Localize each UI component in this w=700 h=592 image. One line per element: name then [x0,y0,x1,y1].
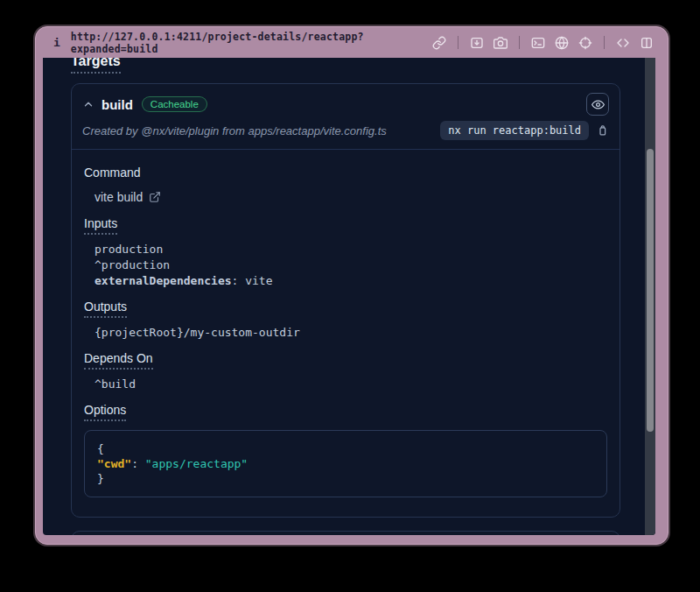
target-name: build [102,97,133,112]
toolbar [432,36,654,50]
code-line: } [97,471,594,486]
download-icon [470,36,484,50]
targets-heading: Targets [71,58,620,74]
view-details-button[interactable] [586,93,609,116]
section-inputs-label: Inputs [84,216,607,235]
section-options-label: Options [84,403,607,421]
eye-icon [592,98,605,111]
scrollbar-track[interactable] [645,58,655,535]
globe-button[interactable] [555,36,569,50]
info-icon: i [53,36,60,49]
external-link-icon [149,191,161,203]
link-icon [432,36,446,50]
input-item: ^production [94,257,607,273]
output-item: {projectRoot}/my-custom-outdir [94,325,607,341]
copy-command-button[interactable] [596,124,609,137]
camera-button[interactable] [494,36,508,50]
code-line: { [97,441,594,456]
depends-on-item: ^build [94,377,607,392]
titlebar: i http://127.0.0.1:4211/project-details/… [36,27,668,58]
crosshair-icon [578,36,592,50]
scrollbar-thumb[interactable] [647,149,654,432]
code-button[interactable] [616,36,630,50]
build-card-header[interactable]: build Cacheable [72,84,620,117]
terminal-button[interactable] [531,36,545,50]
sidebar-icon [640,36,654,50]
command-value: vite build [94,190,143,204]
globe-icon [555,36,569,50]
created-by-note: Created by @nx/vite/plugin from apps/rea… [82,124,387,137]
open-config-button[interactable] [149,191,161,203]
toolbar-separator [604,36,605,49]
code-icon [616,36,630,50]
options-code-block: { "cwd": "apps/reactapp" } [84,430,607,497]
build-card-subheader: Created by @nx/vite/plugin from apps/rea… [72,117,620,149]
run-command-chip: nx run reactapp:build [440,121,589,140]
section-depends-on-label: Depends On [84,351,607,370]
crosshair-button[interactable] [578,36,592,50]
target-card-build: build Cacheable Created by @nx/vite/plug… [71,83,620,518]
app-window: i http://127.0.0.1:4211/project-details/… [35,26,668,545]
url-text: http://127.0.0.1:4211/project-details/re… [71,31,432,55]
serve-card-header[interactable]: serve vite serve [72,532,620,535]
section-command-label: Command [84,166,607,180]
target-card-serve: serve vite serve [71,531,620,535]
toolbar-separator [458,36,458,49]
cacheable-badge: Cacheable [142,96,207,112]
copy-icon [596,124,609,137]
toolbar-separator [519,36,520,49]
link-button[interactable] [432,36,446,50]
camera-icon [494,36,508,50]
terminal-icon [531,36,545,50]
build-card-body: Command vite build Inputs production ^pr… [72,150,620,517]
content-area: Targets build Cacheable Created by @nx/v… [43,58,655,535]
sidebar-button[interactable] [640,36,654,50]
code-line: "cwd": "apps/reactapp" [97,456,594,471]
download-button[interactable] [470,36,484,50]
input-external-deps: externalDependencies: vite [94,273,607,289]
section-outputs-label: Outputs [84,300,607,318]
chevron-up-icon[interactable] [82,98,94,110]
input-item: production [94,242,607,257]
